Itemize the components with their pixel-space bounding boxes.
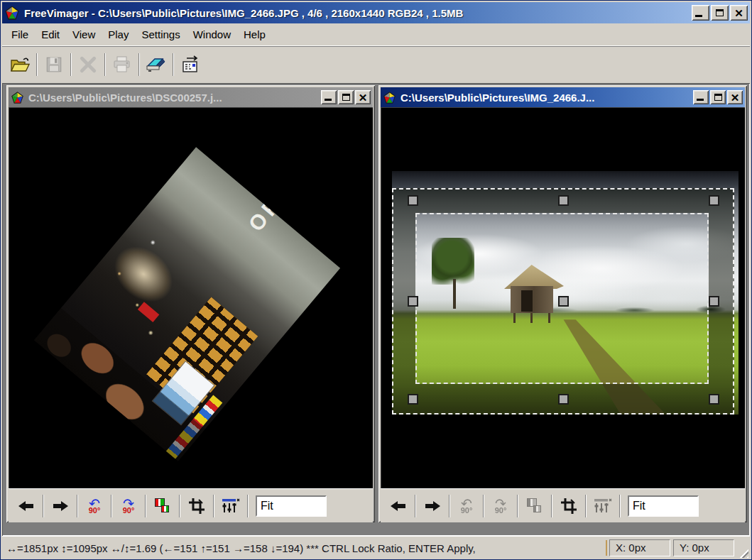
save-floppy-icon	[45, 55, 63, 74]
child-minimize-button[interactable]	[693, 90, 709, 104]
printer-icon	[112, 55, 132, 74]
save-button[interactable]	[39, 50, 69, 79]
close-icon: ✕	[734, 8, 743, 18]
crop-handle-top-right[interactable]	[709, 195, 719, 206]
rotate-left-button[interactable]: ↶90°	[81, 493, 108, 520]
child-title-bar[interactable]: C:\Users\Public\Pictures\IMG_2466.J... ✕	[381, 87, 745, 107]
status-x-coordinate: X: 0px	[609, 539, 670, 556]
color-adjust-button-disabled[interactable]	[521, 493, 548, 520]
child-title-bar[interactable]: C:\Users\Public\Pictures\DSC00257.j... ✕	[9, 87, 373, 107]
color-adjust-icon	[525, 497, 544, 515]
color-adjust-button[interactable]	[149, 493, 176, 520]
toolbar-separator	[138, 53, 140, 76]
email-icon	[180, 55, 200, 74]
minimize-icon	[695, 15, 702, 17]
crop-handle-center[interactable]	[558, 296, 569, 307]
toolbar-separator	[517, 495, 518, 517]
zoom-level-input[interactable]	[256, 495, 327, 517]
crop-icon	[188, 498, 205, 515]
rotate-right-button[interactable]: ↷90°	[115, 493, 142, 520]
previous-image-button[interactable]	[13, 493, 40, 520]
child-window-dsc00257: C:\Users\Public\Pictures\DSC00257.j... ✕…	[6, 85, 375, 522]
child-window-img2466: C:\Users\Public\Pictures\IMG_2466.J... ✕	[378, 85, 747, 522]
email-button[interactable]	[175, 50, 205, 79]
crop-handle-bottom-center[interactable]	[558, 394, 569, 405]
freevimager-logo-icon	[4, 5, 20, 21]
maximize-icon	[716, 9, 724, 16]
print-button[interactable]	[107, 50, 137, 79]
rotate-right-90-icon: ↷90°	[495, 497, 507, 515]
color-adjust-icon	[153, 497, 172, 515]
title-bar[interactable]: FreeVimager - C:\Users\Public\Pictures\I…	[2, 2, 750, 23]
toolbar-separator	[111, 495, 112, 517]
menu-window[interactable]: Window	[187, 26, 237, 43]
rotate-right-button-disabled[interactable]: ↷90°	[487, 493, 514, 520]
menu-edit[interactable]: Edit	[35, 26, 66, 43]
toolbar-separator	[213, 495, 214, 517]
child-maximize-button[interactable]	[338, 90, 354, 104]
scan-button[interactable]	[141, 50, 171, 79]
toolbar-separator	[70, 53, 72, 76]
rice-field-photo	[392, 171, 739, 414]
image-toolbar-right-window: ↶90° ↷90°	[381, 488, 745, 522]
levels-button-disabled[interactable]	[589, 493, 616, 520]
child-minimize-button[interactable]	[321, 90, 337, 104]
crop-handle-middle-right[interactable]	[709, 296, 719, 307]
status-y-coordinate: Y: 0px	[673, 539, 734, 556]
crop-handle-bottom-left[interactable]	[408, 394, 418, 405]
close-icon: ✕	[359, 92, 368, 103]
maximize-button[interactable]	[711, 5, 729, 21]
crop-handle-middle-left[interactable]	[408, 296, 418, 307]
delete-x-icon	[79, 55, 97, 74]
close-button[interactable]: ✕	[730, 5, 748, 21]
resize-grip[interactable]	[737, 547, 748, 558]
menu-file[interactable]: File	[5, 26, 35, 43]
image-canvas-dsc00257[interactable]: OPAC	[9, 107, 373, 488]
image-toolbar-left-window: ↶90° ↷90°	[9, 488, 373, 522]
previous-image-button[interactable]	[385, 493, 412, 520]
rotate-left-90-icon: ↶90°	[461, 497, 473, 515]
freevimager-logo-icon	[383, 91, 396, 104]
child-window-title: C:\Users\Public\Pictures\DSC00257.j...	[28, 92, 321, 104]
crop-icon	[560, 498, 577, 515]
image-canvas-img2466[interactable]	[381, 107, 745, 488]
folder-open-icon	[10, 55, 30, 74]
zoom-level-input[interactable]	[628, 495, 699, 517]
crop-button[interactable]	[555, 493, 582, 520]
menu-settings[interactable]: Settings	[135, 26, 186, 43]
next-image-button[interactable]	[47, 493, 74, 520]
open-button[interactable]	[5, 50, 35, 79]
close-icon: ✕	[731, 92, 740, 103]
child-window-controls: ✕	[321, 90, 371, 104]
minimize-button[interactable]	[692, 5, 709, 21]
window-controls: ✕	[692, 5, 748, 21]
child-window-title: C:\Users\Public\Pictures\IMG_2466.J...	[400, 92, 693, 104]
arrow-right-icon	[53, 500, 68, 512]
toolbar-separator	[179, 495, 180, 517]
toolbar-separator	[449, 495, 450, 517]
toolbar-separator	[415, 495, 416, 517]
rotate-left-90-icon: ↶90°	[89, 497, 101, 515]
child-maximize-button[interactable]	[710, 90, 726, 104]
menu-view[interactable]: View	[66, 26, 102, 43]
toolbar-separator	[145, 495, 146, 517]
delete-button[interactable]	[73, 50, 103, 79]
toolbar-separator	[585, 495, 587, 517]
status-divider	[606, 540, 607, 556]
child-window-controls: ✕	[693, 90, 743, 104]
rotate-left-button-disabled[interactable]: ↶90°	[453, 493, 480, 520]
freevimager-window: FreeVimager - C:\Users\Public\Pictures\I…	[0, 0, 752, 560]
next-image-button[interactable]	[419, 493, 446, 520]
minimize-icon	[697, 99, 704, 101]
levels-button[interactable]	[217, 493, 244, 520]
child-close-button[interactable]: ✕	[727, 90, 743, 104]
crop-button[interactable]	[183, 493, 210, 520]
menu-play[interactable]: Play	[102, 26, 135, 43]
mdi-workspace: C:\Users\Public\Pictures\DSC00257.j... ✕…	[2, 83, 750, 536]
crop-handle-bottom-right[interactable]	[709, 394, 719, 405]
child-close-button[interactable]: ✕	[355, 90, 371, 104]
crop-handle-top-center[interactable]	[558, 195, 569, 206]
menu-help[interactable]: Help	[237, 26, 272, 43]
rotated-night-photo: OPAC	[34, 147, 340, 461]
crop-handle-top-left[interactable]	[408, 195, 418, 206]
